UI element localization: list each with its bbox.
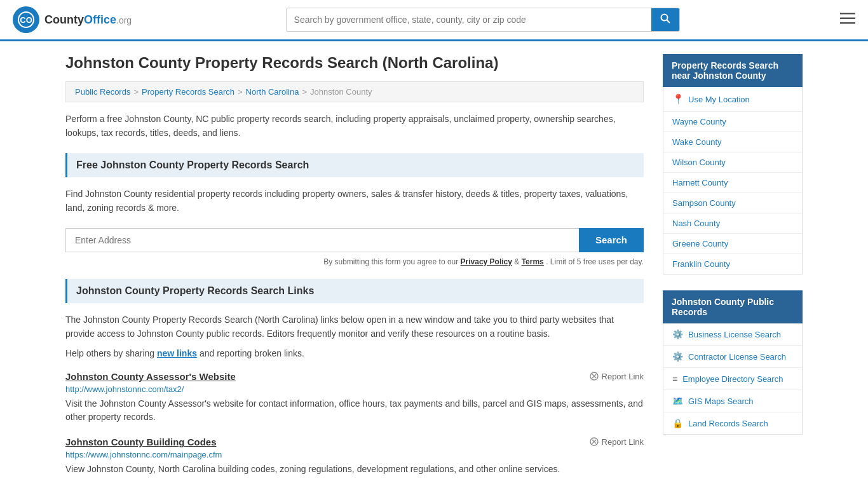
public-records-list: ⚙️ Business License Search ⚙️ Contractor… <box>663 323 803 435</box>
main-container: Johnston County Property Records Search … <box>53 41 815 488</box>
address-search-form: Search <box>65 228 644 252</box>
gear-icon-2: ⚙️ <box>672 351 683 362</box>
main-content: Johnston County Property Records Search … <box>65 54 644 488</box>
new-links-line: Help others by sharing new links and rep… <box>65 348 644 358</box>
gear-icon-1: ⚙️ <box>672 329 683 339</box>
breadcrumb-sep-1: > <box>133 87 139 97</box>
sidebar-contractor-license: ⚙️ Contractor License Search <box>663 346 802 368</box>
sidebar-gis-maps: 🗺️ GIS Maps Search <box>663 390 802 412</box>
free-search-desc: Find Johnston County residential propert… <box>65 187 644 215</box>
link-item-2-desc: View Johnston County, North Carolina bui… <box>65 463 644 476</box>
map-icon: 🗺️ <box>672 396 683 406</box>
sampson-county-link[interactable]: Sampson County <box>672 198 736 208</box>
nearby-title: Property Records Search near Johnston Co… <box>663 54 803 87</box>
logo-area: CO CountyOffice.org <box>13 6 132 33</box>
svg-rect-6 <box>840 22 855 24</box>
report-link-2[interactable]: Report Link <box>589 437 644 447</box>
use-my-location-link[interactable]: Use My Location <box>688 95 750 104</box>
link-item-1-desc: Visit the Johnston County Assessor's web… <box>65 397 644 424</box>
breadcrumb-sep-2: > <box>238 87 243 97</box>
address-input[interactable] <box>65 228 579 252</box>
gis-maps-link[interactable]: GIS Maps Search <box>688 396 754 406</box>
business-license-link[interactable]: Business License Search <box>688 330 781 339</box>
privacy-policy-link[interactable]: Privacy Policy <box>461 257 512 266</box>
franklin-county-link[interactable]: Franklin County <box>672 259 730 269</box>
land-records-link[interactable]: Land Records Search <box>688 419 768 428</box>
sidebar-item-wake: Wake County <box>663 132 802 152</box>
sidebar-business-license: ⚙️ Business License Search <box>663 323 802 346</box>
link-item-1-header: Johnston County Assessor's Website Repor… <box>65 371 644 382</box>
breadcrumb-public-records[interactable]: Public Records <box>75 87 130 97</box>
harnett-county-link[interactable]: Harnett County <box>672 178 728 187</box>
link-item-1-url[interactable]: http://www.johnstonnc.com/tax2/ <box>65 384 644 394</box>
wake-county-link[interactable]: Wake County <box>672 137 722 147</box>
terms-link[interactable]: Terms <box>522 257 544 266</box>
nash-county-link[interactable]: Nash County <box>672 219 720 228</box>
svg-rect-5 <box>840 18 855 20</box>
header: CO CountyOffice.org <box>0 0 868 41</box>
hamburger-menu[interactable] <box>840 11 855 28</box>
lock-icon: 🔒 <box>672 418 683 428</box>
breadcrumb-property-records[interactable]: Property Records Search <box>142 87 234 97</box>
sidebar-item-harnett: Harnett County <box>663 173 802 193</box>
address-search-section: Search By submitting this form you agree… <box>65 228 644 266</box>
use-my-location[interactable]: 📍 Use My Location <box>663 87 802 112</box>
breadcrumb-nc[interactable]: North Carolina <box>246 87 299 97</box>
svg-text:CO: CO <box>20 15 32 25</box>
link-item-1-title[interactable]: Johnston County Assessor's Website <box>65 371 236 382</box>
wilson-county-link[interactable]: Wilson County <box>672 158 726 167</box>
pin-icon: 📍 <box>672 93 684 105</box>
links-intro: The Johnston County Property Records Sea… <box>65 313 644 341</box>
page-description: Perform a free Johnston County, NC publi… <box>65 112 644 140</box>
logo-icon: CO <box>13 6 39 33</box>
sidebar-item-franklin: Franklin County <box>663 254 802 274</box>
page-title: Johnston County Property Records Search … <box>65 54 644 72</box>
link-item-1: Johnston County Assessor's Website Repor… <box>65 371 644 424</box>
link-item-2-url[interactable]: https://www.johnstonnc.com/mainpage.cfm <box>65 450 644 459</box>
search-button[interactable]: Search <box>579 228 644 252</box>
public-records-title: Johnston County Public Records <box>663 290 803 323</box>
link-item-2: Johnston County Building Codes Report Li… <box>65 437 644 476</box>
sidebar-item-wayne: Wayne County <box>663 112 802 132</box>
sidebar-item-sampson: Sampson County <box>663 193 802 214</box>
wayne-county-link[interactable]: Wayne County <box>672 117 726 126</box>
header-search-bar <box>286 8 680 32</box>
logo-text: CountyOffice.org <box>44 13 132 27</box>
new-links-anchor[interactable]: new links <box>157 348 197 358</box>
svg-line-3 <box>667 20 670 24</box>
svg-point-2 <box>661 15 667 21</box>
sidebar-land-records: 🔒 Land Records Search <box>663 412 802 434</box>
nearby-section: Property Records Search near Johnston Co… <box>663 54 803 274</box>
link-item-2-title[interactable]: Johnston County Building Codes <box>65 437 216 447</box>
report-link-1[interactable]: Report Link <box>589 371 644 381</box>
contractor-license-link[interactable]: Contractor License Search <box>688 352 786 362</box>
svg-rect-4 <box>840 13 855 15</box>
links-section-header: Johnston County Property Records Search … <box>65 279 644 303</box>
sidebar-employee-directory: ≡ Employee Directory Search <box>663 368 802 390</box>
sidebar-item-greene: Greene County <box>663 234 802 254</box>
greene-county-link[interactable]: Greene County <box>672 239 728 248</box>
link-item-2-header: Johnston County Building Codes Report Li… <box>65 437 644 447</box>
breadcrumb: Public Records > Property Records Search… <box>65 81 644 102</box>
nearby-list: 📍 Use My Location Wayne County Wake Coun… <box>663 87 803 274</box>
sidebar: Property Records Search near Johnston Co… <box>663 54 803 488</box>
breadcrumb-current: Johnston County <box>310 87 372 97</box>
public-records-section: Johnston County Public Records ⚙️ Busine… <box>663 290 803 435</box>
free-search-header: Free Johnston County Property Records Se… <box>65 153 644 177</box>
header-search-input[interactable] <box>287 10 651 30</box>
header-search-button[interactable] <box>651 8 679 31</box>
list-icon: ≡ <box>672 374 677 384</box>
breadcrumb-sep-3: > <box>302 87 307 97</box>
employee-directory-link[interactable]: Employee Directory Search <box>682 374 783 384</box>
form-disclaimer: By submitting this form you agree to our… <box>65 257 644 266</box>
sidebar-item-nash: Nash County <box>663 214 802 234</box>
sidebar-item-wilson: Wilson County <box>663 152 802 173</box>
